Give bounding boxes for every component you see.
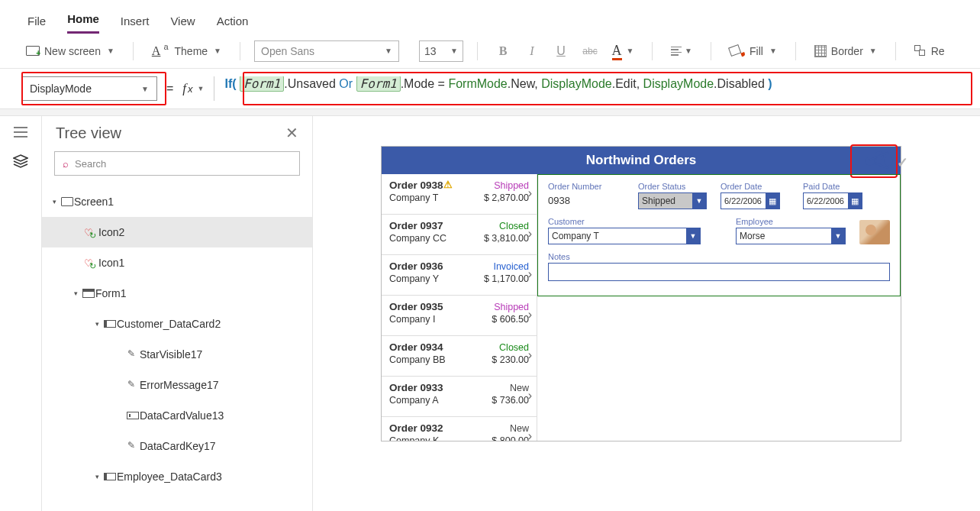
dropdown-customer[interactable]: Company T▼	[548, 228, 701, 244]
dropdown-order-status[interactable]: Shipped▼	[638, 192, 707, 209]
formula-bar: DisplayMode ▼ = fx▼ If( Form1.Unsaved Or…	[0, 69, 980, 108]
theme-icon: A	[152, 44, 161, 58]
hamburger-icon[interactable]	[12, 125, 29, 139]
tree-node-employee-datacard[interactable]: ▾ Employee_DataCard3	[42, 461, 312, 492]
border-icon	[814, 45, 827, 57]
underline-button[interactable]: U	[550, 40, 572, 62]
fx-button[interactable]: fx▼	[182, 81, 204, 96]
close-icon[interactable]: ✕	[285, 124, 298, 142]
chevron-right-icon: ›	[528, 227, 532, 241]
menu-home[interactable]: Home	[67, 12, 99, 34]
order-item[interactable]: Order 0935Shipped Company I$ 606.50 ›	[382, 296, 537, 336]
tree-node-starvisible[interactable]: StarVisible17	[42, 339, 312, 370]
property-dropdown[interactable]: DisplayMode ▼	[21, 76, 157, 101]
layers-icon[interactable]	[12, 154, 29, 168]
bold-button[interactable]: B	[492, 40, 514, 62]
order-item[interactable]: Order 0937Closed Company CC$ 3,810.00 ›	[382, 215, 537, 255]
datepicker-paid-date[interactable]: 6/22/2006▦	[803, 192, 862, 209]
font-name: Open Sans	[261, 45, 314, 57]
order-item[interactable]: Order 0934Closed Company BB$ 230.00 ›	[382, 336, 537, 377]
label-notes: Notes	[548, 252, 890, 261]
reorder-label: Re	[931, 45, 945, 57]
order-list[interactable]: Order 0938⚠Shipped Company T$ 2,870.00 ›…	[382, 174, 537, 441]
separator	[895, 42, 896, 60]
formula-input[interactable]: If( Form1.Unsaved Or Form1.Mode = FormMo…	[214, 76, 959, 101]
label-order-number: Order Number	[548, 182, 624, 191]
order-item[interactable]: Order 0936Invoiced Company Y$ 1,170.00 ›	[382, 255, 537, 296]
chevron-down-icon: ▼	[214, 47, 221, 55]
font-color-button[interactable]: A▼	[608, 40, 638, 62]
new-screen-button[interactable]: New screen ▼	[21, 42, 119, 60]
menu-view[interactable]: View	[170, 15, 195, 34]
menu-insert[interactable]: Insert	[121, 15, 150, 34]
chevron-right-icon: ›	[528, 267, 532, 281]
cancel-icon[interactable]: ✓	[866, 153, 893, 170]
screen-icon	[60, 197, 74, 206]
tree-node-screen1[interactable]: ▾ Screen1	[42, 186, 312, 217]
value-order-number: 0938	[548, 192, 624, 209]
cancel-icon: ♡↻	[85, 258, 98, 268]
new-screen-icon	[26, 46, 40, 56]
fill-button[interactable]: Fill ▼	[725, 42, 782, 60]
align-button[interactable]: ▼	[666, 40, 697, 62]
italic-button[interactable]: I	[521, 40, 543, 62]
label-order-date: Order Date	[720, 182, 789, 191]
strikethrough-button[interactable]: abc	[579, 40, 601, 62]
order-item[interactable]: Order 0932New Company K$ 800.00 ›	[382, 417, 537, 441]
left-rail	[0, 116, 42, 511]
employee-avatar	[859, 220, 890, 244]
tree-node-form1[interactable]: ▾ Form1	[42, 278, 312, 309]
chevron-right-icon: ›	[528, 389, 532, 403]
tree-node-datacardkey[interactable]: DataCardKey17	[42, 431, 312, 461]
chevron-down-icon: ▼	[450, 47, 458, 55]
font-dropdown[interactable]: Open Sans ▼	[254, 40, 399, 62]
border-button[interactable]: Border ▼	[810, 42, 882, 60]
order-item[interactable]: Order 0938⚠Shipped Company T$ 2,870.00 ›	[382, 174, 537, 215]
cancel-icon: ♡↻	[85, 228, 98, 238]
label-icon	[126, 351, 140, 358]
menu-action[interactable]: Action	[217, 15, 249, 34]
form-panel: Order Number 0938 Order Status Shipped▼ …	[537, 174, 901, 441]
app-preview: Northwind Orders ✓ Order 0938⚠Shipped Co…	[382, 147, 901, 441]
tree-node-customer-datacard[interactable]: ▾ Customer_DataCard2	[42, 309, 312, 339]
font-size: 13	[424, 45, 437, 57]
tree-view-title: Tree view	[56, 125, 121, 142]
app-header: Northwind Orders ✓	[382, 147, 901, 174]
chevron-down-icon: ▼	[141, 85, 149, 93]
label-paid-date: Paid Date	[803, 182, 872, 191]
tree-view-pane: Tree view ✕ ⌕ Search ▾ Screen1 ♡↻ Icon2 …	[42, 116, 313, 511]
order-item[interactable]: Order 0933New Company A$ 736.00 ›	[382, 377, 537, 417]
chevron-down-icon: ▼	[107, 47, 114, 55]
datacard-icon	[103, 320, 117, 328]
reorder-icon	[914, 45, 927, 57]
tree-node-icon1[interactable]: ♡↻ Icon1	[42, 247, 312, 278]
separator	[477, 42, 478, 60]
search-icon: ⌕	[63, 158, 69, 170]
label-icon	[126, 442, 140, 450]
separator	[652, 42, 653, 60]
tree-node-errormessage[interactable]: ErrorMessage17	[42, 370, 312, 400]
chevron-down-icon: ▼	[769, 47, 777, 55]
theme-button[interactable]: Aa Theme ▼	[147, 41, 226, 61]
check-icon[interactable]: ✓	[897, 154, 908, 171]
tree-node-datacardvalue[interactable]: DataCardValue13	[42, 400, 312, 431]
datepicker-order-date[interactable]: 6/22/2006▦	[720, 192, 780, 209]
canvas[interactable]: Northwind Orders ✓ Order 0938⚠Shipped Co…	[313, 116, 980, 511]
search-input[interactable]: ⌕ Search	[54, 151, 300, 176]
menu-file[interactable]: File	[27, 15, 46, 34]
form-icon	[82, 289, 95, 298]
tree-node-icon2[interactable]: ♡↻ Icon2	[42, 217, 312, 247]
label-employee: Employee	[736, 217, 846, 226]
textinput-icon	[126, 412, 140, 419]
input-notes[interactable]	[548, 263, 890, 281]
font-size-dropdown[interactable]: 13 ▼	[419, 40, 463, 62]
reorder-button[interactable]: Re	[910, 42, 949, 60]
separator	[711, 42, 711, 60]
divider	[0, 108, 980, 116]
property-name: DisplayMode	[30, 82, 92, 95]
separator	[795, 42, 796, 60]
label-customer: Customer	[548, 217, 701, 226]
app-title: Northwind Orders	[586, 153, 697, 168]
datacard-icon	[103, 473, 117, 480]
dropdown-employee[interactable]: Morse▼	[736, 228, 846, 244]
